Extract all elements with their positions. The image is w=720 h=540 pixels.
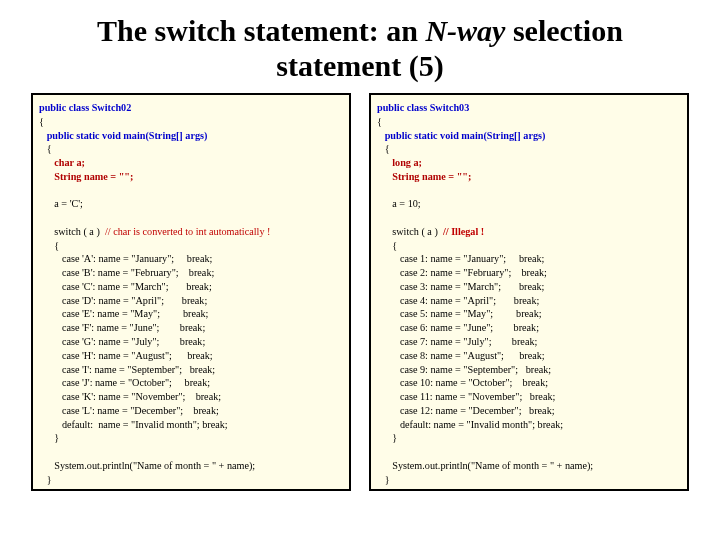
code-line: switch ( a ) [39,226,105,237]
code-line: default: name = "Invalid month"; break; [377,419,563,430]
code-line: a = 'C'; [39,198,83,209]
code-line: case 12: name = "December"; break; [377,405,555,416]
code-line: { [39,116,44,127]
code-comment: // char is converted to int automaticall… [105,226,271,237]
code-line: } [39,487,44,491]
slide: The switch statement: an N-way selection… [0,0,720,540]
slide-title: The switch statement: an N-way selection… [60,14,660,83]
code-line: char a; [39,157,85,168]
title-part-a: The switch statement: an [97,14,425,47]
code-line: case 7: name = "July"; break; [377,336,537,347]
code-line: } [39,474,52,485]
code-line: { [377,116,382,127]
code-line: case 'C': name = "March"; break; [39,281,212,292]
code-right: public class Switch03 { public static vo… [377,101,681,491]
code-line: System.out.println("Name of month = " + … [377,460,593,471]
code-line: public static void main(String[] args) [39,130,207,141]
code-line: } [377,487,382,491]
code-line: String name = ""; [377,171,471,182]
code-left: public class Switch02 { public static vo… [39,101,343,491]
code-line: } [39,432,59,443]
code-line: case 'J': name = "October"; break; [39,377,210,388]
code-line: case 'A': name = "January"; break; [39,253,212,264]
code-line: default: name = "Invalid month"; break; [39,419,228,430]
code-line: case 1: name = "January"; break; [377,253,544,264]
code-line: case 'L': name = "December"; break; [39,405,219,416]
code-box-right: public class Switch03 { public static vo… [369,93,689,491]
code-line: case 8: name = "August"; break; [377,350,545,361]
code-line: { [39,240,59,251]
code-line: public class Switch02 [39,102,131,113]
code-line: case 11: name = "November"; break; [377,391,555,402]
code-box-left: public class Switch02 { public static vo… [31,93,351,491]
code-panels: public class Switch02 { public static vo… [20,93,700,491]
code-error-comment: // Illegal ! [443,226,484,237]
code-line: public class Switch03 [377,102,469,113]
code-line: case 'I': name = "September"; break; [39,364,215,375]
code-line: case 9: name = "September"; break; [377,364,551,375]
code-line: case 'B': name = "February"; break; [39,267,214,278]
code-line: a = 10; [377,198,421,209]
code-line: switch ( a ) [377,226,443,237]
code-line: { [377,143,390,154]
code-line: String name = ""; [39,171,133,182]
title-italic: N-way [425,14,505,47]
code-line: case 'K': name = "November"; break; [39,391,221,402]
code-line: case 'F': name = "June"; break; [39,322,205,333]
code-line: case 'D': name = "April"; break; [39,295,207,306]
code-line: long a; [377,157,422,168]
code-line: public static void main(String[] args) [377,130,545,141]
code-line: case 4: name = "April"; break; [377,295,539,306]
code-line: { [377,240,397,251]
code-line: } [377,432,397,443]
code-line: case 2: name = "February"; break; [377,267,547,278]
code-line: case 'H': name = "August"; break; [39,350,213,361]
code-line: case 'G': name = "July"; break; [39,336,205,347]
code-line: case 'E': name = "May"; break; [39,308,208,319]
code-line: case 5: name = "May"; break; [377,308,542,319]
code-line: { [39,143,52,154]
code-line: } [377,474,390,485]
code-line: System.out.println("Name of month = " + … [39,460,255,471]
code-line: case 3: name = "March"; break; [377,281,544,292]
code-line: case 6: name = "June"; break; [377,322,539,333]
code-line: case 10: name = "October"; break; [377,377,548,388]
